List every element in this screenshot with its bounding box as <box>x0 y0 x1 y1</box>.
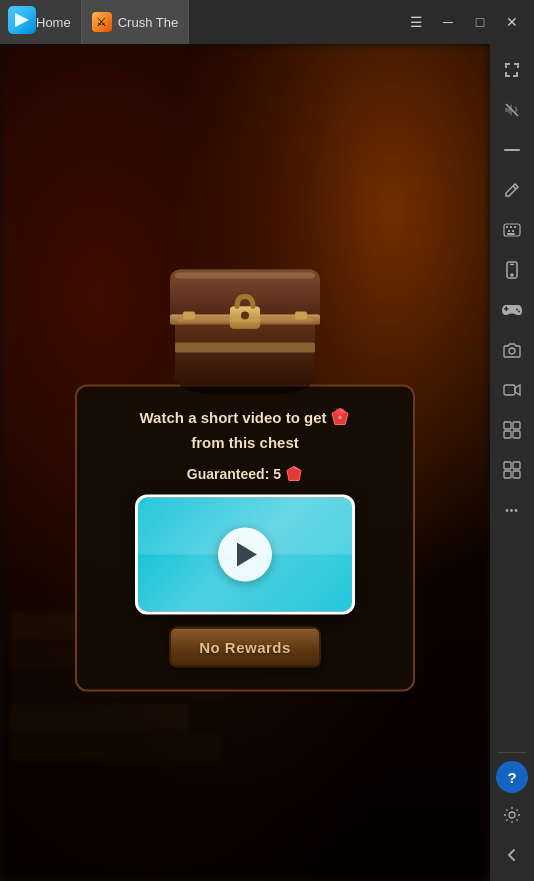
svg-rect-37 <box>504 385 515 395</box>
apps-icon <box>503 461 521 479</box>
guaranteed-gem-icon <box>285 464 303 482</box>
minimize-button[interactable]: ─ <box>434 10 462 34</box>
camera-button[interactable] <box>494 332 530 368</box>
svg-point-46 <box>509 812 515 818</box>
volume-button[interactable] <box>494 92 530 128</box>
svg-rect-14 <box>183 311 195 319</box>
svg-rect-13 <box>177 318 313 322</box>
reward-modal: Watch a short video to get from this che… <box>75 234 415 691</box>
svg-point-19 <box>338 416 342 420</box>
guaranteed-text: Guaranteed: 5 <box>187 464 303 482</box>
more-dots: ••• <box>505 505 519 516</box>
svg-rect-27 <box>506 226 508 228</box>
game-tab-icon: ⚔ <box>92 12 112 32</box>
svg-rect-28 <box>510 226 512 228</box>
svg-rect-42 <box>504 462 511 469</box>
no-rewards-button[interactable]: No Rewards <box>169 626 321 667</box>
edit-icon <box>503 181 521 199</box>
video-player-button[interactable] <box>135 494 355 614</box>
svg-rect-38 <box>504 422 511 429</box>
back-button[interactable] <box>494 837 530 873</box>
back-icon <box>503 846 521 864</box>
phone-button[interactable] <box>494 252 530 288</box>
gamepad-icon <box>502 303 522 317</box>
expand-icon <box>503 141 521 159</box>
camera-icon <box>503 342 521 358</box>
gamepad-button[interactable] <box>494 292 530 328</box>
svg-rect-9 <box>175 342 315 352</box>
svg-rect-45 <box>513 471 520 478</box>
expand-button[interactable] <box>494 132 530 168</box>
svg-rect-41 <box>513 431 520 438</box>
chest-graphic <box>155 234 335 394</box>
settings-button[interactable] <box>494 797 530 833</box>
apps-button[interactable] <box>494 452 530 488</box>
title-bar: 🏠 Home ⚔ Crush The ☰ ─ □ ✕ <box>0 0 534 44</box>
bluestacks-icon <box>8 6 36 34</box>
keyboard-button[interactable] <box>494 212 530 248</box>
svg-rect-32 <box>507 233 515 235</box>
svg-rect-39 <box>513 422 520 429</box>
svg-point-36 <box>509 348 515 354</box>
gallery-icon <box>503 421 521 439</box>
fullscreen-icon <box>503 61 521 79</box>
close-button[interactable]: ✕ <box>498 10 526 34</box>
svg-marker-21 <box>287 466 301 480</box>
help-button[interactable]: ? <box>496 761 528 793</box>
gem-icon <box>330 407 350 427</box>
play-button[interactable] <box>218 527 272 581</box>
more-button[interactable]: ••• <box>494 492 530 528</box>
game-tab-label: Crush The <box>118 15 178 30</box>
tab-game[interactable]: ⚔ Crush The <box>82 0 189 44</box>
svg-rect-40 <box>504 431 511 438</box>
svg-rect-16 <box>175 272 315 278</box>
svg-rect-31 <box>512 230 514 232</box>
keyboard-icon <box>503 223 521 237</box>
svg-rect-29 <box>514 226 516 228</box>
right-sidebar: ••• ? <box>490 44 534 881</box>
edit-button[interactable] <box>494 172 530 208</box>
watch-video-text: Watch a short video to get from this che… <box>101 406 389 452</box>
svg-point-12 <box>241 311 249 319</box>
svg-rect-20 <box>336 409 344 415</box>
svg-rect-24 <box>504 149 520 151</box>
modal-box: Watch a short video to get from this che… <box>75 384 415 691</box>
settings-icon <box>503 806 521 824</box>
svg-rect-43 <box>513 462 520 469</box>
bluestacks-logo <box>8 6 36 34</box>
svg-rect-44 <box>504 471 511 478</box>
svg-point-34 <box>511 274 513 276</box>
fullscreen-button[interactable] <box>494 52 530 88</box>
game-area: Watch a short video to get from this che… <box>0 44 490 881</box>
sidebar-divider <box>498 752 526 753</box>
menu-button[interactable]: ☰ <box>402 10 430 34</box>
home-tab-label: Home <box>36 15 71 30</box>
maximize-button[interactable]: □ <box>466 10 494 34</box>
svg-rect-15 <box>295 311 307 319</box>
window-controls: ☰ ─ □ ✕ <box>402 10 534 34</box>
play-triangle-icon <box>237 542 257 566</box>
phone-icon <box>506 261 518 279</box>
video-record-icon <box>503 383 521 397</box>
svg-line-25 <box>513 186 516 189</box>
help-icon: ? <box>507 769 516 786</box>
volume-icon <box>503 101 521 119</box>
video-record-button[interactable] <box>494 372 530 408</box>
svg-rect-30 <box>508 230 510 232</box>
gallery-button[interactable] <box>494 412 530 448</box>
